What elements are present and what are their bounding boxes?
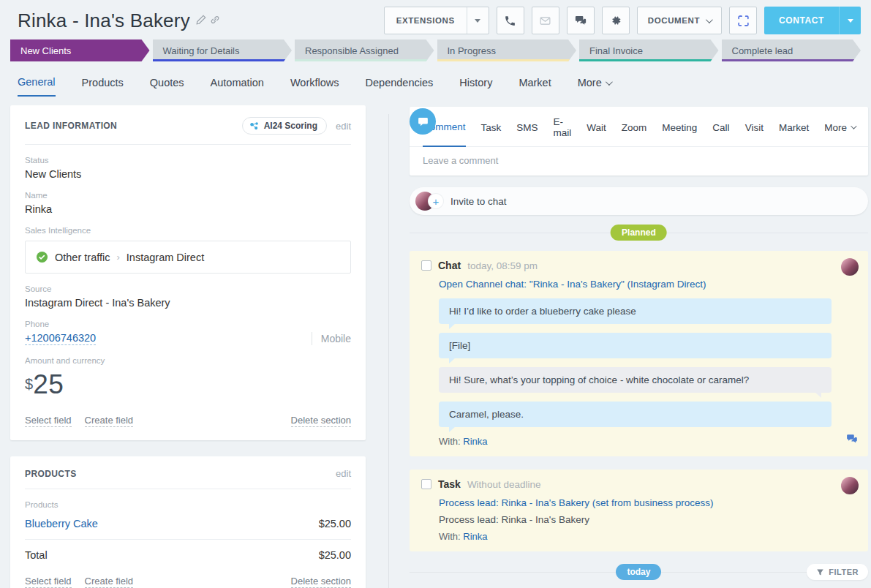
edit-lead-link[interactable]: edit: [336, 121, 351, 132]
extensions-dropdown[interactable]: [467, 7, 489, 34]
today-badge: today: [616, 564, 661, 580]
planned-divider: Planned: [410, 225, 868, 242]
tab-dependencies[interactable]: Dependencies: [366, 76, 434, 97]
with-label: With:: [439, 531, 461, 542]
ai-scoring-badge[interactable]: AI24 Scoring: [242, 117, 327, 135]
chat-message: Caramel, please.: [439, 402, 832, 427]
product-name-link[interactable]: Blueberry Cake: [25, 518, 98, 529]
source-label: Source: [25, 284, 351, 293]
task-link[interactable]: Process lead: Rinka - Ina's Bakery (set …: [439, 497, 832, 508]
chat-entry-time: today, 08:59 pm: [467, 260, 538, 271]
tab-general[interactable]: General: [18, 76, 56, 97]
tl-tab-visit[interactable]: Visit: [745, 116, 763, 146]
open-chat-icon[interactable]: [845, 432, 859, 448]
stage-responsible-assigned[interactable]: Responsible Assigned: [295, 39, 434, 61]
edit-products-link[interactable]: edit: [336, 468, 351, 479]
with-contact-link[interactable]: Rinka: [463, 531, 487, 542]
status-label: Status: [25, 156, 351, 165]
amount-label: Amount and currency: [25, 356, 351, 365]
settings-button[interactable]: [602, 7, 630, 34]
document-button[interactable]: DOCUMENT: [637, 7, 722, 34]
today-divider: today FILTER: [410, 564, 868, 581]
phone-type-label: Mobile: [312, 332, 351, 345]
plus-icon: +: [429, 194, 443, 208]
page-title: Rinka - Ina's Bakery: [18, 10, 190, 32]
tab-market[interactable]: Market: [519, 76, 551, 97]
tl-tab-call[interactable]: Call: [712, 116, 729, 146]
contact-dropdown[interactable]: [839, 7, 861, 34]
amount-value[interactable]: $25: [25, 369, 351, 400]
phone-label: Phone: [25, 320, 351, 328]
phone-link[interactable]: +12006746320: [25, 332, 96, 345]
total-label: Total: [25, 549, 48, 561]
extensions-button[interactable]: EXTENSIONS: [384, 7, 489, 34]
chevron-down-icon: [851, 123, 856, 129]
tl-tab-more[interactable]: More: [824, 116, 855, 146]
chat-bubbles-icon: [574, 14, 587, 27]
create-field-link[interactable]: Create field: [85, 415, 133, 427]
gear-icon: [609, 14, 622, 27]
timeline-composer: Comment Task SMS E-mail Wait Zoom Meetin…: [410, 107, 868, 176]
tab-history[interactable]: History: [459, 76, 492, 97]
tl-tab-email[interactable]: E-mail: [554, 116, 572, 146]
stage-complete-lead[interactable]: Complete lead: [722, 39, 861, 61]
link-icon[interactable]: [210, 15, 220, 27]
task-text: Process lead: Rinka - Ina's Bakery: [439, 514, 832, 525]
chat-message: Hi! Sure, what’s your topping of choice …: [439, 367, 832, 393]
toolbar: EXTENSIONS DOCUMENT CONTACT: [384, 7, 861, 34]
select-field-link[interactable]: Select field: [25, 576, 72, 588]
pipeline-stages: New Clients Waiting for Details Responsi…: [0, 39, 871, 61]
chat-checkbox[interactable]: [421, 260, 431, 271]
contact-button[interactable]: CONTACT: [764, 7, 861, 34]
tl-tab-meeting[interactable]: Meeting: [662, 116, 697, 146]
products-card: PRODUCTS edit Products Blueberry Cake $2…: [10, 456, 366, 588]
comment-input[interactable]: Leave a comment: [410, 147, 868, 176]
call-button[interactable]: [497, 7, 524, 34]
with-label: With:: [439, 436, 461, 447]
ai-scoring-icon: [249, 121, 260, 131]
sales-intelligence-box[interactable]: Other traffic › Instagram Direct: [25, 241, 351, 274]
stage-in-progress[interactable]: In Progress: [437, 39, 577, 61]
comment-composer-icon: [410, 108, 436, 135]
product-price: $25.00: [319, 518, 351, 529]
breadcrumb-separator: ›: [116, 252, 119, 263]
status-value[interactable]: New Clients: [25, 168, 351, 180]
tab-more[interactable]: More: [578, 76, 611, 97]
name-value[interactable]: Rinka: [25, 203, 351, 215]
section-title: LEAD INFORMATION: [25, 121, 117, 131]
section-title: PRODUCTS: [25, 469, 77, 479]
delete-section-link[interactable]: Delete section: [291, 576, 351, 588]
tl-tab-zoom[interactable]: Zoom: [622, 116, 647, 146]
tl-tab-sms[interactable]: SMS: [516, 116, 538, 146]
chat-button[interactable]: [567, 7, 595, 34]
tab-quotes[interactable]: Quotes: [150, 76, 184, 97]
task-entry-card: Task Without deadline Process lead: Rink…: [410, 470, 868, 551]
tab-workflows[interactable]: Workflows: [290, 76, 339, 97]
task-entry-title: Task: [438, 478, 461, 490]
select-field-link[interactable]: Select field: [25, 415, 72, 427]
source-value[interactable]: Instagram Direct - Ina's Bakery: [25, 297, 351, 309]
tl-tab-wait[interactable]: Wait: [587, 116, 606, 146]
filter-button[interactable]: FILTER: [807, 564, 868, 580]
automation-button[interactable]: [729, 7, 757, 34]
tab-products[interactable]: Products: [82, 76, 124, 97]
chat-entry-title: Chat: [438, 260, 461, 271]
tl-tab-market[interactable]: Market: [779, 116, 809, 146]
chat-message: Hi! I’d like to order a blueberry cake p…: [439, 298, 832, 324]
task-checkbox[interactable]: [421, 479, 431, 489]
stage-new-clients[interactable]: New Clients: [10, 39, 150, 61]
stage-waiting-for-details[interactable]: Waiting for Details: [153, 39, 293, 61]
open-channel-chat-link[interactable]: Open Channel chat: "Rinka - Ina's Bakery…: [439, 279, 832, 290]
avatar: [841, 477, 859, 494]
products-total-row: Total $25.00: [25, 549, 351, 561]
lead-information-card: LEAD INFORMATION AI24 Scoring edit Statu…: [10, 105, 366, 440]
stage-final-invoice[interactable]: Final Invoice: [579, 39, 719, 61]
delete-section-link[interactable]: Delete section: [291, 415, 351, 427]
with-contact-link[interactable]: Rinka: [463, 436, 487, 447]
edit-title-icon[interactable]: [196, 15, 206, 27]
invite-to-chat[interactable]: + Invite to chat: [410, 187, 868, 215]
tl-tab-task[interactable]: Task: [481, 116, 502, 146]
create-field-link[interactable]: Create field: [85, 576, 133, 588]
email-button[interactable]: [532, 7, 559, 34]
tab-automation[interactable]: Automation: [211, 76, 264, 97]
